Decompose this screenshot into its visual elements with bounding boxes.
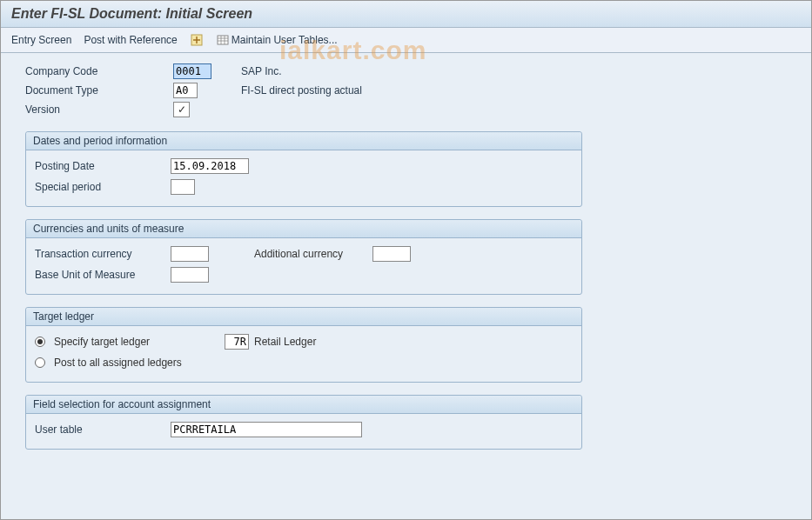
content-area: Company Code SAP Inc. Document Type FI-S… (1, 53, 811, 472)
group-target-ledger: Target ledger Specify target ledger Reta… (25, 307, 582, 383)
posting-date-input[interactable] (171, 158, 249, 174)
toolbar: Entry Screen Post with Reference Maintai… (1, 28, 811, 53)
group-dates: Dates and period information Posting Dat… (25, 131, 582, 207)
entry-screen-menu[interactable]: Entry Screen (11, 34, 71, 46)
target-ledger-input[interactable] (225, 334, 249, 350)
post-with-reference-menu[interactable]: Post with Reference (84, 34, 177, 46)
header-fields: Company Code SAP Inc. Document Type FI-S… (25, 63, 787, 117)
post-all-ledgers-radio[interactable] (35, 357, 45, 368)
insert-icon[interactable] (190, 33, 204, 47)
user-table-label: User table (35, 423, 165, 436)
target-ledger-desc: Retail Ledger (254, 336, 316, 348)
table-icon (216, 33, 230, 47)
special-period-label: Special period (35, 181, 165, 193)
document-type-input[interactable] (173, 83, 198, 98)
version-label: Version (25, 103, 173, 116)
group-target-ledger-title: Target ledger (26, 308, 581, 326)
maintain-user-tables-label: Maintain User Tables... (232, 34, 338, 46)
base-uom-label: Base Unit of Measure (35, 269, 165, 281)
company-code-desc: SAP Inc. (234, 65, 408, 77)
post-all-ledgers-label: Post to all assigned ledgers (54, 357, 182, 369)
additional-currency-label: Additional currency (254, 248, 367, 260)
document-type-label: Document Type (25, 84, 173, 97)
page-title: Enter FI-SL Document: Initial Screen (1, 1, 811, 28)
group-currencies: Currencies and units of measure Transact… (25, 219, 582, 295)
group-field-selection-title: Field selection for account assignment (26, 396, 581, 414)
app-frame: Enter FI-SL Document: Initial Screen Ent… (0, 0, 812, 520)
transaction-currency-label: Transaction currency (35, 248, 165, 260)
group-field-selection: Field selection for account assignment U… (25, 395, 582, 450)
version-checkbox[interactable]: ✓ (173, 102, 190, 117)
posting-date-label: Posting Date (35, 160, 165, 172)
additional-currency-input[interactable] (372, 246, 411, 262)
company-code-input[interactable] (173, 63, 211, 79)
document-type-desc: FI-SL direct posting actual (234, 84, 408, 97)
maintain-user-tables-menu[interactable]: Maintain User Tables... (216, 33, 338, 47)
group-dates-title: Dates and period information (26, 132, 581, 150)
base-uom-input[interactable] (171, 267, 209, 283)
svg-rect-1 (218, 36, 228, 44)
transaction-currency-input[interactable] (171, 246, 209, 262)
company-code-label: Company Code (25, 65, 173, 77)
specify-target-ledger-radio[interactable] (35, 337, 45, 347)
user-table-input[interactable] (171, 422, 362, 437)
group-currencies-title: Currencies and units of measure (26, 220, 581, 238)
special-period-input[interactable] (171, 179, 195, 195)
specify-target-ledger-label: Specify target ledger (54, 336, 219, 348)
